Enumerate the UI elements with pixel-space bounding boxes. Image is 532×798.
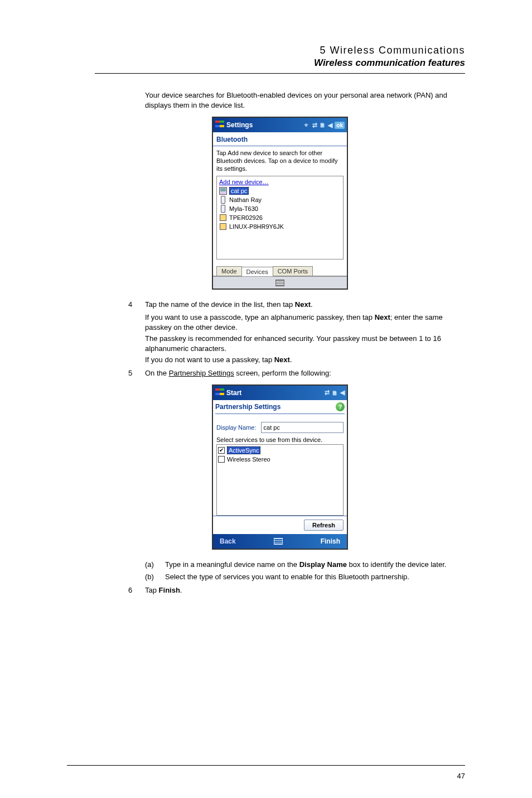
services-list: ✔ ActiveSync Wireless Stereo xyxy=(216,444,344,516)
substep-text: Select the type of services you want to … xyxy=(165,572,465,582)
step-text: On the Partnership Settings screen, perf… xyxy=(145,368,465,378)
substep-text: Type in a meaningful device name on the … xyxy=(165,560,465,570)
step-text: Tap the name of the device in the list, … xyxy=(145,300,465,310)
add-new-device-link[interactable]: Add new device… xyxy=(218,177,342,186)
tab-devices[interactable]: Devices xyxy=(241,267,273,276)
chapter-title: 5 Wireless Communications xyxy=(95,45,465,56)
service-activesync[interactable]: ✔ ActiveSync xyxy=(218,446,342,455)
wireless-icon: ᯤ xyxy=(304,122,310,128)
computer-icon xyxy=(219,187,227,195)
titlebar: Settings ᯤ ⇄ 🗎 ◀ ok xyxy=(213,118,347,132)
start-flag-icon xyxy=(215,388,224,397)
refresh-button[interactable]: Refresh xyxy=(304,520,344,531)
tab-mode[interactable]: Mode xyxy=(216,266,242,276)
device-item[interactable]: TPER02926 xyxy=(218,213,342,222)
service-wireless-stereo[interactable]: Wireless Stereo xyxy=(218,455,342,464)
display-name-label: Display Name: xyxy=(216,424,257,431)
soft-key-bar: Back Finish xyxy=(213,534,347,549)
substep-key: (b) xyxy=(145,572,165,582)
screenshot-partnership-settings: Start ⇄ 🗎 ◀ Partnership Settings ? Displ… xyxy=(212,384,348,550)
speaker-icon: ◀ xyxy=(340,389,345,396)
inbox-icon: 🗎 xyxy=(332,390,338,396)
system-tray: ᯤ ⇄ 🗎 ◀ ok xyxy=(304,122,345,129)
help-icon[interactable]: ? xyxy=(336,402,345,411)
ok-button[interactable]: ok xyxy=(335,122,345,129)
device-item[interactable]: Myla-T630 xyxy=(218,204,342,213)
inbox-icon: 🗎 xyxy=(320,122,326,128)
settings-hint: Tap Add new device to search for other B… xyxy=(213,148,347,176)
step-number: 4 xyxy=(128,300,145,310)
intro-paragraph: Your device searches for Bluetooth-enabl… xyxy=(145,90,465,110)
chapter-subtitle: Wireless communication features xyxy=(95,57,465,69)
step-number: 6 xyxy=(128,585,145,595)
phone-icon xyxy=(219,205,227,213)
footer-rule xyxy=(67,765,465,766)
step-subtext: The passkey is recommended for enhanced … xyxy=(145,334,465,354)
screenshot-bluetooth-settings: Settings ᯤ ⇄ 🗎 ◀ ok Bluetooth Tap Add ne… xyxy=(212,117,348,290)
keyboard-icon[interactable] xyxy=(275,280,284,286)
sync-icon: ⇄ xyxy=(325,389,330,396)
page-number: 47 xyxy=(457,772,465,780)
phone-icon xyxy=(219,196,227,204)
titlebar-text: Start xyxy=(226,389,325,397)
finish-softkey[interactable]: Finish xyxy=(321,537,340,545)
sip-bar xyxy=(213,276,347,289)
checkbox-checked-icon[interactable]: ✔ xyxy=(218,447,225,454)
device-icon xyxy=(219,214,227,222)
tab-bar: Mode Devices COM Ports xyxy=(216,266,344,276)
step-subtext: If you want to use a passcode, type an a… xyxy=(145,313,465,333)
step-text: Tap Finish. xyxy=(145,585,465,595)
sync-icon: ⇄ xyxy=(312,122,317,129)
device-item[interactable]: LINUX-P8HR9Y6JK xyxy=(218,222,342,231)
display-name-input[interactable] xyxy=(261,422,344,433)
keyboard-icon[interactable] xyxy=(274,538,283,545)
checkbox-unchecked-icon[interactable] xyxy=(218,456,225,463)
step-subtext: If you do not want to use a passkey, tap… xyxy=(145,355,465,365)
tab-com-ports[interactable]: COM Ports xyxy=(273,266,313,276)
start-flag-icon xyxy=(215,121,224,129)
header-rule xyxy=(95,73,465,74)
device-icon xyxy=(219,223,227,230)
titlebar-text: Settings xyxy=(226,121,304,129)
services-hint: Select services to use from this device. xyxy=(216,436,344,443)
back-softkey[interactable]: Back xyxy=(220,537,236,545)
step-number: 5 xyxy=(128,368,145,378)
settings-section-title: Bluetooth xyxy=(213,132,347,145)
device-list: Add new device… cat pc Nathan Ray Myla-T… xyxy=(216,176,344,259)
device-item-cat-pc[interactable]: cat pc xyxy=(218,186,342,195)
substep-key: (a) xyxy=(145,560,165,570)
speaker-icon: ◀ xyxy=(328,122,332,129)
system-tray: ⇄ 🗎 ◀ xyxy=(325,389,345,396)
partnership-title: Partnership Settings xyxy=(215,403,280,411)
device-item[interactable]: Nathan Ray xyxy=(218,195,342,204)
titlebar: Start ⇄ 🗎 ◀ xyxy=(213,386,347,400)
